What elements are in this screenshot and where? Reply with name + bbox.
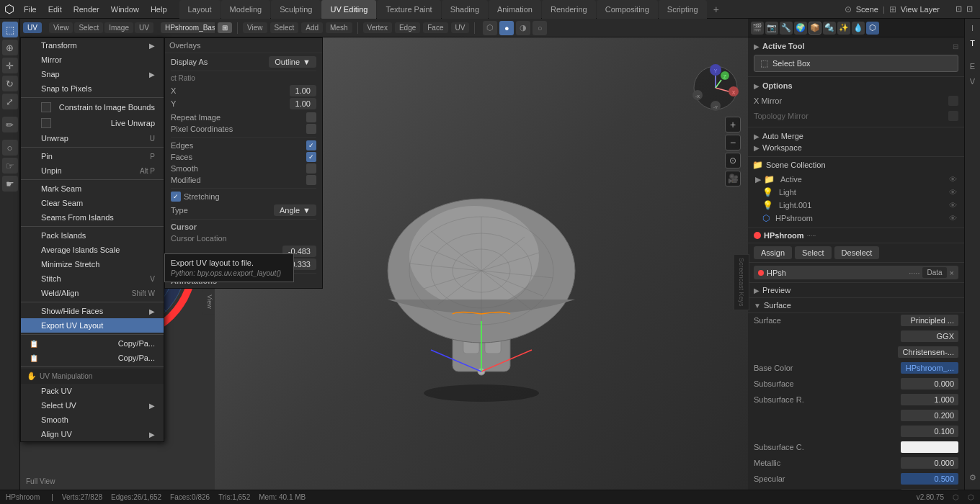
viewport-mode-btn[interactable]: ⊞: [218, 22, 232, 33]
image-menu-uv[interactable]: Image: [104, 22, 133, 33]
menu-pin[interactable]: Pin P: [21, 149, 164, 163]
menu-smooth[interactable]: Smooth: [21, 413, 164, 427]
menu-copy-pa-2[interactable]: 📋 Copy/Pa...: [21, 351, 164, 365]
add-menu-3d[interactable]: Add: [301, 22, 323, 33]
select-menu-uv[interactable]: Select: [74, 22, 103, 33]
pixel-coords-toggle[interactable]: [306, 124, 316, 134]
material-btn[interactable]: ◑: [516, 21, 530, 35]
active-tool-collapse[interactable]: ⊟: [953, 42, 958, 50]
scene-props-tab[interactable]: 🔧: [780, 22, 793, 35]
scale-tool-button[interactable]: ⤢: [2, 94, 18, 109]
assign-button[interactable]: Assign: [754, 246, 792, 259]
menu-pack-uv[interactable]: Pack UV: [21, 384, 164, 398]
aspect-y-value[interactable]: 1.00: [290, 98, 316, 109]
menu-constrain-image[interactable]: Constrain to Image Bounds: [21, 99, 164, 115]
surface-val[interactable]: Principled ...: [901, 315, 958, 326]
status-right-icon[interactable]: ⬡: [968, 493, 974, 501]
tab-animation[interactable]: Animation: [489, 0, 541, 19]
workspace-row[interactable]: ▶ Workspace: [754, 143, 958, 152]
uv-menu-button[interactable]: UV: [23, 22, 42, 33]
cursor-tool-button[interactable]: ⊕: [2, 40, 18, 55]
visibility-icon-active[interactable]: 👁: [949, 175, 957, 184]
menu-window[interactable]: Window: [106, 4, 144, 15]
physics-props-tab[interactable]: 💧: [852, 22, 865, 35]
metallic-value[interactable]: 0.000: [901, 457, 958, 469]
menu-select-uv[interactable]: Select UV ▶: [21, 398, 164, 413]
subsurface-r3-value[interactable]: 0.100: [901, 426, 958, 437]
menu-file[interactable]: File: [19, 4, 42, 15]
uv-menu-3d[interactable]: UV: [451, 22, 470, 33]
menu-render[interactable]: Render: [68, 4, 104, 15]
material-slot[interactable]: HPsh ····· Data ×: [754, 266, 958, 279]
tab-layout[interactable]: Layout: [179, 0, 220, 19]
stretching-checkbox[interactable]: ✓: [171, 192, 181, 202]
subsurface-c-value[interactable]: [901, 441, 958, 453]
tool-tab-button[interactable]: T: [966, 37, 979, 50]
hierarchy-hpshroom[interactable]: ⬡ HPshroom 👁: [752, 212, 960, 225]
select-material-button[interactable]: Select: [795, 246, 832, 259]
menu-export-uv-layout[interactable]: Export UV Layout: [21, 318, 164, 333]
zoom-out-button[interactable]: −: [725, 135, 741, 150]
menu-average-islands-scale[interactable]: Average Islands Scale: [21, 243, 164, 257]
smooth-toggle[interactable]: [306, 163, 316, 174]
rendered-btn[interactable]: ○: [533, 21, 547, 35]
menu-edit[interactable]: Edit: [43, 4, 67, 15]
tab-sculpting[interactable]: Sculpting: [271, 0, 321, 19]
display-as-dropdown[interactable]: Outline ▼: [269, 56, 316, 68]
tab-scripting[interactable]: Scripting: [659, 0, 707, 19]
tab-rendering[interactable]: Rendering: [542, 0, 596, 19]
menu-clear-seam[interactable]: Clear Seam: [21, 196, 164, 210]
view-icon-button[interactable]: V: [966, 75, 979, 88]
subsurface-r2-value[interactable]: 0.200: [901, 410, 958, 421]
hierarchy-active[interactable]: ▶ 📁 Active 👁: [752, 173, 960, 186]
output-props-tab[interactable]: 📷: [765, 22, 778, 35]
add-workspace-button[interactable]: +: [708, 0, 725, 19]
select-box-button[interactable]: ⬚ Select Box: [754, 55, 958, 72]
material-slot-remove[interactable]: ×: [950, 269, 954, 277]
tab-texture-paint[interactable]: Texture Paint: [377, 0, 440, 19]
view-tab[interactable]: View: [202, 289, 215, 314]
tab-shading[interactable]: Shading: [442, 0, 488, 19]
mesh-menu-3d[interactable]: Mesh: [326, 22, 352, 33]
tab-uv-editing[interactable]: UV Editing: [321, 0, 376, 19]
christensen-value[interactable]: Christensen-...: [898, 346, 958, 358]
menu-pack-islands[interactable]: Pack Islands: [21, 228, 164, 243]
menu-weld-align[interactable]: Weld/Align Shift W: [21, 286, 164, 300]
menu-align-uv[interactable]: Align UV ▶: [21, 427, 164, 441]
deselect-material-button[interactable]: Deselect: [834, 246, 880, 259]
faces-toggle[interactable]: ✓: [306, 152, 316, 162]
tab-modeling[interactable]: Modeling: [221, 0, 271, 19]
menu-copy-pa-1[interactable]: 📋 Copy/Pa...: [21, 336, 164, 351]
menu-unpin[interactable]: Unpin Alt P: [21, 163, 164, 178]
type-dropdown[interactable]: Angle ▼: [274, 204, 316, 216]
auto-merge-row[interactable]: ▶ Auto Merge: [754, 132, 958, 140]
hierarchy-light-001[interactable]: 💡 Light.001 👁: [752, 199, 960, 212]
select-tool-button[interactable]: ⬚: [2, 22, 18, 37]
window-controls[interactable]: ⊡: [966, 4, 973, 14]
settings-icon-button[interactable]: ⚙: [966, 471, 979, 484]
menu-snap-to-pixels[interactable]: Snap to Pixels: [21, 81, 164, 96]
vertex-menu[interactable]: Vertex: [363, 22, 392, 33]
visibility-icon-hpshroom[interactable]: 👁: [949, 214, 957, 222]
specular-value[interactable]: 0.500: [901, 473, 958, 485]
uv-menu-uv[interactable]: UV: [135, 22, 153, 33]
topology-mirror-checkbox[interactable]: [948, 111, 958, 121]
view-menu-3d[interactable]: View: [243, 22, 267, 33]
menu-unwrap[interactable]: Unwrap U: [21, 131, 164, 145]
edge-menu[interactable]: Edge: [395, 22, 420, 33]
aspect-x-value[interactable]: 1.00: [290, 85, 316, 96]
object-props-tab[interactable]: 📦: [808, 22, 821, 35]
menu-seams-from-islands[interactable]: Seams From Islands: [21, 210, 164, 225]
relax-tool-button[interactable]: ☛: [2, 176, 18, 192]
surface-section-header[interactable]: ▼ Surface: [748, 298, 964, 313]
edges-toggle[interactable]: ✓: [306, 140, 316, 150]
visibility-icon-light001[interactable]: 👁: [949, 201, 957, 210]
wireframe-btn[interactable]: ⬡: [483, 21, 497, 35]
camera-view-button[interactable]: 🎥: [725, 171, 741, 186]
x-mirror-checkbox[interactable]: [948, 96, 958, 106]
zoom-in-button[interactable]: +: [725, 117, 741, 132]
menu-stitch[interactable]: Stitch V: [21, 271, 164, 286]
tab-compositing[interactable]: Compositing: [597, 0, 658, 19]
menu-help[interactable]: Help: [146, 4, 172, 15]
subsurface-value[interactable]: 0.000: [901, 378, 958, 390]
